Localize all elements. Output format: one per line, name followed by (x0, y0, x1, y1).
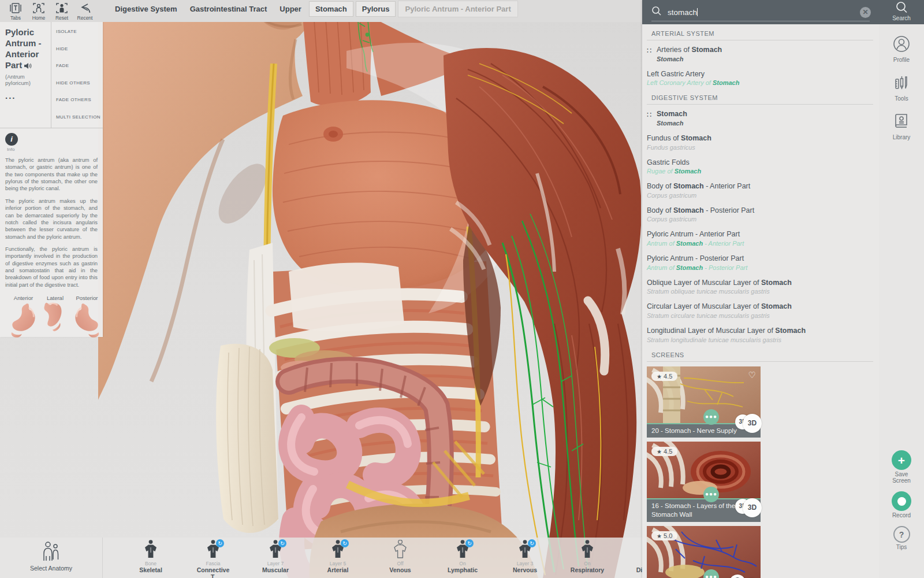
plus-icon: + (898, 454, 905, 466)
result-latin: Stomach (657, 120, 687, 127)
reset-button[interactable]: Reset (51, 2, 73, 21)
tabs-icon (5, 2, 27, 14)
layer-toggle-skeletal[interactable]: Bone Skeletal (132, 540, 170, 578)
breadcrumb-item-2[interactable]: Upper (273, 1, 308, 17)
search-result-item[interactable]: ∷Arteries of Stomach Stomach (642, 40, 879, 65)
layer-state-label: Layer 3 (506, 561, 544, 566)
search-result-item[interactable]: Longitudinal Layer of Muscular Layer of … (642, 321, 879, 346)
structure-group-icon: ∷ (647, 46, 657, 62)
layer-toggle-lymphatic[interactable]: ↻On Lymphatic (444, 540, 482, 578)
view-label: Posterior (71, 295, 103, 301)
body-layer-icon (579, 540, 596, 558)
screen-card[interactable]: ★ 4.5●●●3D 3D16 - Stomach - Layers of th… (647, 442, 761, 522)
select-anatomy-button[interactable]: Select Anatomy (0, 538, 103, 578)
anatomy-model-3d (98, 0, 641, 578)
save-screen-button[interactable]: + (892, 450, 911, 470)
info-icon: i (5, 133, 18, 146)
result-latin: Stratum circulare tunicae muscularis gas… (647, 312, 792, 319)
home-button[interactable]: Home (28, 2, 50, 21)
result-latin: Antrum of Stomach - Anterior Part (647, 240, 744, 247)
search-rail-button[interactable]: Search (879, 0, 924, 24)
search-result-item[interactable]: Body of Stomach - Posterior Part Corpus … (642, 201, 879, 225)
section-header: ARTERIAL SYSTEM (647, 24, 873, 40)
search-result-item[interactable]: Pyloric Antrum - Posterior Part Antrum o… (642, 249, 879, 273)
view-posterior[interactable]: Posterior (71, 295, 103, 340)
pronounce-audio-icon[interactable] (24, 61, 32, 72)
action-multi-selection[interactable]: MULTI SELECTION (56, 114, 100, 120)
search-result-item[interactable]: Oblique Layer of Muscular Layer of Stoma… (642, 273, 879, 298)
view-anterior[interactable]: Anterior (8, 295, 39, 340)
result-latin: Stomach (657, 55, 722, 62)
result-latin: Antrum of Stomach - Posterior Part (647, 264, 747, 271)
selection-panel: Pyloric Antrum - Anterior Part (Antrum p… (0, 22, 103, 337)
selection-actions: ISOLATEHIDEFADEHIDE OTHERSFADE OTHERSMUL… (51, 22, 103, 128)
screen-card[interactable]: ★ 5.0●●●18 - Stomach - Venous Drainage (647, 526, 761, 578)
recent-button[interactable]: Recent (74, 2, 96, 21)
action-fade[interactable]: FADE (56, 63, 100, 68)
tools-button[interactable]: Tools (879, 73, 924, 102)
tips-button[interactable]: ? (893, 526, 910, 543)
result-latin: Rugae of Stomach (647, 168, 701, 175)
breadcrumb-item-4[interactable]: Pylorus (356, 1, 396, 17)
breadcrumb-item-5: Pyloric Antrum - Anterior Part (398, 1, 517, 17)
profile-label: Profile (879, 57, 924, 63)
action-fade-others[interactable]: FADE OTHERS (56, 97, 100, 102)
search-result-item[interactable]: ∷Stomach Stomach (642, 105, 879, 129)
result-name: Pyloric Antrum - Anterior Part (647, 230, 744, 239)
tabs-label: Tabs (5, 15, 27, 21)
layer-state-label: Bone (132, 561, 170, 566)
clear-search-icon[interactable]: ✕ (860, 7, 871, 18)
layer-state-label: Layer 7 (256, 561, 295, 566)
home-icon (28, 2, 50, 14)
action-hide-others[interactable]: HIDE OTHERS (56, 80, 100, 86)
rating-badge: ★ 4.5 (651, 447, 677, 456)
layer-toggle-nervous[interactable]: ↻Layer 3 Nervous (506, 540, 544, 578)
rating-badge: ★ 4.5 (651, 372, 677, 381)
view-lateral[interactable]: Lateral (39, 295, 71, 340)
result-name: Longitudinal Layer of Muscular Layer of … (647, 327, 806, 336)
search-result-item[interactable]: Body of Stomach - Anterior Part Corpus g… (642, 177, 879, 201)
info-paragraph: Functionally, the pyloric antrum is impo… (5, 246, 98, 288)
tools-label: Tools (879, 95, 924, 102)
result-latin: Corpus gastricum (647, 216, 754, 223)
favorite-heart-icon[interactable]: ♡ (748, 370, 756, 380)
layer-toggle-respiratory[interactable]: On Respiratory (568, 540, 606, 578)
breadcrumb-item-1[interactable]: Gastrointestinal Tract (184, 1, 274, 17)
action-isolate[interactable]: ISOLATE (56, 29, 100, 34)
search-result-item[interactable]: Left Gastric Artery Left Coronary Artery… (642, 65, 879, 89)
record-button[interactable] (892, 491, 911, 511)
screen-card[interactable]: ★ 4.5♡●●●3D 3D20 - Stomach - Nerve Suppl… (647, 366, 761, 438)
search-result-item[interactable]: Circular Layer of Muscular Layer of Stom… (642, 297, 879, 321)
search-result-item[interactable]: Fundus of Stomach Fundus gastricus (642, 129, 879, 153)
layer-toggle-venous[interactable]: Off Venous (381, 540, 419, 578)
save-screen-label-2: Screen (892, 477, 911, 484)
profile-button[interactable]: Profile (879, 35, 924, 63)
result-name: Body of Stomach - Posterior Part (647, 206, 754, 216)
sync-badge-icon: ↻ (465, 539, 474, 547)
action-hide[interactable]: HIDE (56, 46, 100, 51)
layer-toggle-arterial[interactable]: ↻Layer 5 Arterial (319, 540, 357, 578)
breadcrumb-item-3[interactable]: Stomach (309, 1, 353, 17)
breadcrumb: Digestive SystemGastrointestinal TractUp… (109, 0, 519, 17)
anatomy-app: Tabs Home Reset Recent Digestive SystemG… (0, 0, 924, 578)
result-name: Fundus of Stomach (647, 134, 711, 143)
info-paragraph: The pyloric antrum (aka antrum of stomac… (5, 157, 98, 192)
result-name: Circular Layer of Muscular Layer of Stom… (647, 302, 792, 312)
library-icon (892, 123, 911, 132)
tabs-button[interactable]: Tabs (5, 2, 27, 21)
layer-toggle-muscular[interactable]: ↻Layer 7 Muscular (256, 540, 295, 578)
info-label: Info (7, 147, 98, 152)
structure-group-icon: ∷ (647, 110, 657, 127)
search-result-item[interactable]: Pyloric Antrum - Anterior Part Antrum of… (642, 225, 879, 249)
breadcrumb-item-0[interactable]: Digestive System (109, 1, 184, 17)
structure-views: Anterior Lateral Posterior (5, 294, 98, 340)
layer-toggle-connectivet[interactable]: ↻Fascia Connective T. (194, 540, 232, 578)
layer-system-label: Skeletal (132, 566, 170, 573)
result-name: Left Gastric Artery (647, 70, 739, 79)
layer-state-label: Fascia (194, 561, 232, 566)
library-button[interactable]: Library (879, 112, 924, 140)
search-result-item[interactable]: Gastric Folds Rugae of Stomach (642, 153, 879, 177)
search-input[interactable]: stomach (668, 8, 860, 17)
tools-icon (892, 84, 911, 94)
more-options-button[interactable]: ... (5, 91, 47, 101)
